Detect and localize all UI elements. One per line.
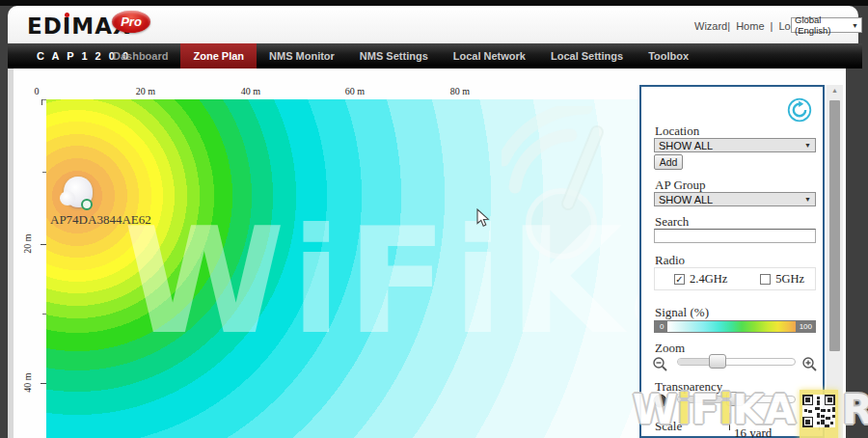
ap-group-dropdown[interactable]: SHOW ALL ▼ [654, 192, 816, 206]
ruler-label-20m: 20 m [129, 86, 162, 96]
link-separator: | [771, 20, 773, 32]
ruler-label-0: 0 [20, 86, 53, 96]
main-nav: C A P 1 2 0 0 Dashboard Zone Plan NMS Mo… [8, 43, 862, 68]
home-link[interactable]: Home [736, 20, 764, 32]
transparency-max-icon [801, 394, 816, 408]
signal-gradient-legend: 0 100 [654, 320, 816, 333]
transparency-min-icon [653, 394, 667, 408]
tab-toolbox[interactable]: Toolbox [636, 43, 701, 68]
chevron-down-icon: ▼ [852, 22, 858, 29]
radio-label: Radio [655, 253, 685, 268]
add-button[interactable]: Add [654, 154, 683, 170]
signal-min-label: 0 [660, 322, 664, 331]
ruler-label-40m: 40 m [234, 86, 267, 96]
radio-24ghz-label: 2.4GHz [690, 272, 727, 287]
radio-5ghz-checkbox[interactable] [760, 274, 771, 285]
location-label: Location [655, 123, 699, 139]
tab-zone-plan[interactable]: Zone Plan [180, 43, 257, 68]
ruler-tick [41, 99, 42, 105]
tab-local-network[interactable]: Local Network [441, 43, 538, 68]
signal-gradient [667, 321, 795, 332]
radio-24ghz-checkbox[interactable]: ✓ [674, 274, 685, 285]
scrollbar-up-icon[interactable]: ▲ [827, 87, 843, 94]
location-dropdown[interactable]: SHOW ALL ▼ [654, 138, 816, 152]
tab-dashboard[interactable]: Dashboard [100, 43, 180, 68]
chevron-down-icon: ▼ [804, 196, 811, 203]
tab-local-settings[interactable]: Local Settings [538, 43, 636, 68]
ap-group-value: SHOW ALL [659, 194, 713, 205]
zoom-out-icon[interactable] [652, 356, 668, 372]
zoom-label: Zoom [655, 341, 685, 356]
nav-tabs: Dashboard Zone Plan NMS Monitor NMS Sett… [100, 43, 701, 68]
signal-max-label: 100 [800, 322, 812, 331]
radio-band-row: ✓ 2.4GHz 5GHz [654, 267, 816, 290]
scale-left-mark [729, 413, 730, 430]
ruler-label-60m: 60 m [339, 86, 371, 96]
ap-name-label: AP74DA3844AE62 [50, 212, 151, 228]
refresh-icon[interactable] [787, 97, 812, 123]
scale-right-mark [819, 413, 820, 430]
access-point-icon [60, 191, 75, 205]
chevron-down-icon: ▼ [804, 142, 811, 149]
zone-plan-control-panel: Location SHOW ALL ▼ Add AP Group SHOW AL… [639, 85, 825, 438]
mouse-cursor-icon [476, 208, 490, 228]
wizard-link[interactable]: Wizard| [694, 20, 730, 32]
signal-label: Signal (%) [655, 305, 709, 320]
ap-status-badge [81, 199, 93, 210]
language-value: Global (English) [795, 14, 852, 36]
scale-value: 16 yard [734, 425, 772, 438]
ruler-label-left-20m: 20 m [22, 230, 33, 259]
zoom-in-icon[interactable] [801, 356, 818, 372]
content-left-margin [8, 68, 14, 438]
zoom-slider-track[interactable] [677, 358, 796, 366]
scale-label: Scale [655, 419, 682, 434]
app-window: EDIMAX Pro Wizard| Home | Logout | Globa… [0, 0, 868, 438]
transparency-label: Transparency [655, 379, 722, 395]
ruler-label-80m: 80 m [444, 86, 476, 96]
ruler-label-left-40m: 40 m [22, 369, 33, 397]
zone-plan-heatmap[interactable] [46, 99, 638, 438]
logo-red-dot-icon [65, 13, 69, 17]
panel-scrollbar-thumb[interactable] [829, 100, 840, 351]
ap-group-label: AP Group [655, 178, 706, 193]
transparency-slider-thumb[interactable] [726, 392, 744, 406]
zoom-slider-thumb[interactable] [709, 354, 726, 369]
radio-5ghz-label: 5GHz [775, 272, 804, 287]
search-input[interactable] [654, 229, 816, 243]
tab-nms-monitor[interactable]: NMS Monitor [257, 43, 347, 68]
tab-nms-settings[interactable]: NMS Settings [347, 43, 441, 68]
search-label: Search [655, 214, 689, 230]
pro-badge: Pro [112, 11, 150, 33]
header: EDIMAX Pro Wizard| Home | Logout | Globa… [8, 6, 858, 43]
language-dropdown[interactable]: Global (English) ▼ [791, 17, 862, 33]
location-value: SHOW ALL [659, 140, 713, 151]
